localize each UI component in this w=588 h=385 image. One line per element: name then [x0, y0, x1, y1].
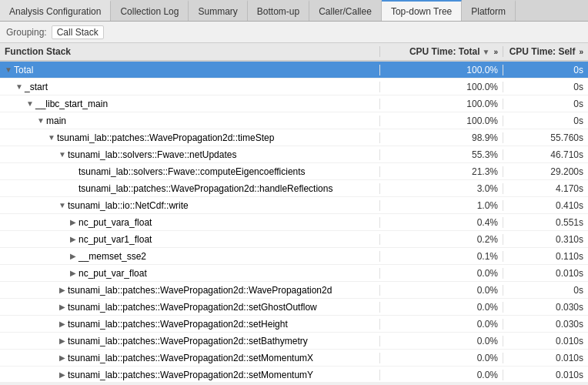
tree-toggle-icon[interactable]: ▶	[57, 336, 68, 345]
cpu-self-value: 46.710s	[503, 149, 588, 160]
tree-toggle-icon[interactable]: ▼	[46, 133, 57, 142]
cpu-total-value: 0.4%	[380, 217, 503, 228]
table-row[interactable]: ▶nc_put_var1_float0.2%0.310s	[0, 231, 588, 248]
tree-toggle-icon[interactable]: ▼	[57, 150, 68, 159]
function-name: tsunami_lab::solvers::Fwave::computeEige…	[79, 166, 306, 177]
cell-name: ▼_start	[0, 82, 380, 92]
tree-toggle-icon[interactable]: ▼	[3, 65, 14, 74]
sort-icon: ▼	[483, 48, 490, 56]
table-row[interactable]: ▶tsunami_lab::patches::WavePropagation2d…	[0, 350, 588, 367]
grouping-bar: Grouping: Call Stack	[0, 22, 588, 43]
cell-name: ▼tsunami_lab::io::NetCdf::write	[0, 200, 380, 211]
tab-top-down-tree[interactable]: Top-down Tree	[382, 0, 462, 21]
tree-toggle-icon[interactable]: ▶	[68, 235, 79, 243]
table-row[interactable]: ▼tsunami_lab::solvers::Fwave::netUpdates…	[0, 146, 588, 163]
cpu-self-value: 0.010s	[503, 370, 588, 380]
table-row[interactable]: ▼__libc_start_main100.0%0s	[0, 95, 588, 112]
cell-name: ▶tsunami_lab::patches::WavePropagation2d…	[0, 319, 380, 330]
cell-name: tsunami_lab::patches::WavePropagation2d:…	[0, 183, 380, 194]
function-name: tsunami_lab::solvers::Fwave::netUpdates	[68, 149, 236, 160]
tree-toggle-icon[interactable]: ▼	[57, 201, 68, 209]
cell-name: ▼tsunami_lab::solvers::Fwave::netUpdates	[0, 149, 380, 160]
tab-platform[interactable]: Platform	[462, 0, 516, 21]
expand-icon[interactable]: »	[493, 48, 498, 56]
expand-icon-self[interactable]: »	[579, 48, 583, 56]
tree-toggle-icon[interactable]: ▼	[35, 116, 46, 125]
table-row[interactable]: ▶nc_put_vara_float0.4%0.551s	[0, 214, 588, 231]
cell-name: ▶tsunami_lab::patches::WavePropagation2d…	[0, 285, 380, 296]
cell-name: ▼__libc_start_main	[0, 99, 380, 109]
cpu-total-value: 0.0%	[380, 302, 503, 313]
table-row[interactable]: ▶tsunami_lab::patches::WavePropagation2d…	[0, 367, 588, 382]
cpu-self-value: 0.010s	[503, 353, 588, 363]
tab-bar: Analysis ConfigurationCollection LogSumm…	[0, 0, 588, 22]
function-name: tsunami_lab::patches::WavePropagation2d:…	[68, 319, 288, 330]
tab-caller-callee[interactable]: Caller/Callee	[309, 0, 382, 21]
table-row[interactable]: ▶tsunami_lab::patches::WavePropagation2d…	[0, 282, 588, 299]
cpu-total-value: 0.0%	[380, 319, 503, 330]
cpu-self-value: 29.200s	[503, 166, 588, 177]
cpu-total-value: 1.0%	[380, 200, 503, 211]
cpu-total-value: 0.1%	[380, 251, 503, 262]
table-row[interactable]: ▼tsunami_lab::patches::WavePropagation2d…	[0, 129, 588, 146]
table-row[interactable]: ▼Total100.0%0s	[0, 62, 588, 79]
function-name: nc_put_vara_float	[79, 217, 152, 228]
tree-toggle-icon[interactable]: ▶	[57, 286, 68, 294]
table-row[interactable]: ▼main100.0%0s	[0, 112, 588, 129]
tree-toggle-icon[interactable]: ▶	[57, 353, 68, 362]
tree-toggle-icon[interactable]: ▶	[57, 370, 68, 379]
cell-name: tsunami_lab::solvers::Fwave::computeEige…	[0, 166, 380, 177]
function-name: __libc_start_main	[35, 99, 108, 109]
cpu-self-value: 0.410s	[503, 200, 588, 211]
tree-toggle-icon[interactable]: ▶	[68, 218, 79, 226]
cpu-total-value: 0.0%	[380, 336, 503, 346]
col-cpu-self-header[interactable]: CPU Time: Self »	[503, 46, 588, 57]
cpu-self-value: 0s	[503, 65, 588, 75]
table-row[interactable]: ▶__memset_sse20.1%0.110s	[0, 248, 588, 265]
function-name: tsunami_lab::patches::WavePropagation2d:…	[68, 285, 332, 296]
tree-table[interactable]: ▼Total100.0%0s▼_start100.0%0s▼__libc_sta…	[0, 62, 588, 382]
table-row[interactable]: ▶tsunami_lab::patches::WavePropagation2d…	[0, 333, 588, 350]
tree-toggle-icon[interactable]: ▶	[68, 269, 79, 277]
col-function-header: Function Stack	[0, 46, 380, 57]
cell-name: ▶tsunami_lab::patches::WavePropagation2d…	[0, 302, 380, 313]
grouping-value: Call Stack	[52, 25, 104, 39]
cell-name: ▶nc_put_var1_float	[0, 234, 380, 245]
function-name: main	[46, 116, 66, 126]
table-row[interactable]: tsunami_lab::patches::WavePropagation2d:…	[0, 180, 588, 197]
cpu-self-value: 0s	[503, 116, 588, 126]
tree-toggle-icon[interactable]: ▶	[57, 303, 68, 311]
cpu-self-value: 0.110s	[503, 251, 588, 262]
tree-toggle-icon[interactable]: ▶	[57, 320, 68, 328]
function-name: tsunami_lab::patches::WavePropagation2d:…	[68, 370, 313, 380]
tree-toggle-icon[interactable]: ▼	[25, 99, 35, 108]
tree-toggle-icon[interactable]: ▼	[14, 82, 25, 91]
tab-summary[interactable]: Summary	[189, 0, 247, 21]
table-row[interactable]: ▶tsunami_lab::patches::WavePropagation2d…	[0, 299, 588, 316]
tree-toggle-icon[interactable]: ▶	[68, 252, 79, 260]
function-name: tsunami_lab::patches::WavePropagation2d:…	[68, 336, 308, 346]
cpu-total-value: 0.0%	[380, 268, 503, 279]
table-row[interactable]: tsunami_lab::solvers::Fwave::computeEige…	[0, 163, 588, 180]
col-cpu-total-header[interactable]: CPU Time: Total ▼ »	[380, 46, 503, 57]
function-name: tsunami_lab::patches::WavePropagation2d:…	[68, 353, 313, 363]
tab-bottom-up[interactable]: Bottom-up	[248, 0, 309, 21]
cell-name: ▼tsunami_lab::patches::WavePropagation2d…	[0, 132, 380, 143]
cpu-total-value: 100.0%	[380, 116, 503, 126]
function-name: tsunami_lab::patches::WavePropagation2d:…	[57, 132, 274, 143]
table-row[interactable]: ▶nc_put_var_float0.0%0.010s	[0, 265, 588, 282]
cpu-total-value: 100.0%	[380, 99, 503, 109]
function-name: Total	[14, 65, 33, 75]
tab-analysis-config[interactable]: Analysis Configuration	[0, 0, 111, 21]
table-row[interactable]: ▼tsunami_lab::io::NetCdf::write1.0%0.410…	[0, 197, 588, 214]
cpu-total-value: 3.0%	[380, 183, 503, 194]
table-row[interactable]: ▼_start100.0%0s	[0, 79, 588, 95]
cpu-total-value: 0.0%	[380, 285, 503, 296]
function-name: nc_put_var_float	[79, 268, 147, 279]
cell-name: ▶tsunami_lab::patches::WavePropagation2d…	[0, 336, 380, 346]
tab-collection-log[interactable]: Collection Log	[111, 0, 189, 21]
function-name: nc_put_var1_float	[79, 234, 152, 245]
table-row[interactable]: ▶tsunami_lab::patches::WavePropagation2d…	[0, 316, 588, 333]
cpu-total-value: 0.0%	[380, 353, 503, 363]
function-name: tsunami_lab::io::NetCdf::write	[68, 200, 189, 211]
